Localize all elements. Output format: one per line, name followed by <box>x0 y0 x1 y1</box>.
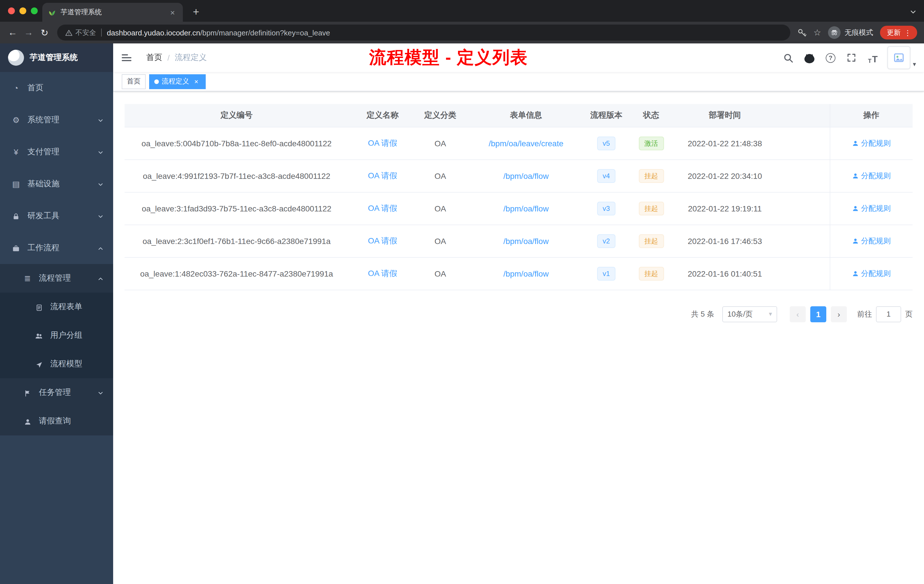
password-key-icon[interactable] <box>797 27 807 38</box>
user-icon <box>852 270 859 277</box>
tab-close-icon[interactable]: × <box>168 8 177 17</box>
user-icon <box>852 172 859 179</box>
assign-rule-button[interactable]: 分配规则 <box>852 268 891 279</box>
form-info-link[interactable]: /bpm/oa/flow <box>503 236 549 246</box>
logo-avatar <box>8 50 24 66</box>
browser-update-button[interactable]: 更新 ⋮ <box>880 26 917 40</box>
forward-button[interactable]: → <box>21 25 36 41</box>
definition-name-link[interactable]: OA 请假 <box>368 236 398 245</box>
caret-down-icon: ▾ <box>913 61 916 69</box>
list-icon: ≣ <box>23 274 32 283</box>
user-avatar[interactable]: ▾ <box>888 46 916 69</box>
hamburger-icon[interactable] <box>113 43 142 72</box>
reload-button[interactable]: ↻ <box>36 25 53 41</box>
tag-label: 流程定义 <box>162 77 189 86</box>
sidebar-item-leave-query[interactable]: 请假查询 <box>0 407 113 436</box>
prev-page-button[interactable]: ‹ <box>790 306 806 322</box>
table-row: oa_leave:5:004b710b-7b8a-11ec-8ef0-acde4… <box>125 127 912 159</box>
sidebar-item-payment-management[interactable]: ¥ 支付管理 <box>0 136 113 168</box>
column-actions: 操作 <box>830 104 912 127</box>
tab-title: 芋道管理系统 <box>61 7 163 17</box>
font-size-icon[interactable]: TT <box>866 51 879 64</box>
tab-search-chevron-icon[interactable] <box>909 6 917 16</box>
tag-label: 首页 <box>127 77 140 86</box>
goto-page-input[interactable] <box>876 306 901 322</box>
table-row: oa_leave:4:991f2193-7b7f-11ec-a3c8-acde4… <box>125 159 912 192</box>
filler-cell <box>772 224 830 257</box>
paper-plane-icon <box>34 360 43 369</box>
column-form-info: 表单信息 <box>464 104 588 127</box>
page-size-value: 10条/页 <box>728 309 752 319</box>
sidebar-item-workflow[interactable]: 工作流程 <box>0 232 113 264</box>
sidebar-item-system-management[interactable]: ⚙ 系统管理 <box>0 104 113 136</box>
form-info-link[interactable]: /bpm/oa/flow <box>503 204 549 213</box>
column-definition-name: 定义名称 <box>348 104 417 127</box>
sidebar-item-label: 首页 <box>27 83 43 93</box>
tag-process-definition[interactable]: 流程定义 × <box>149 74 206 89</box>
tab-favicon-icon <box>48 8 56 16</box>
sidebar-item-infrastructure[interactable]: ▤ 基础设施 <box>0 168 113 200</box>
window-close-button[interactable] <box>8 7 15 14</box>
sidebar-item-label: 基础设施 <box>27 179 59 189</box>
back-button[interactable]: ← <box>5 25 21 41</box>
next-page-button[interactable]: › <box>831 306 847 322</box>
security-status[interactable]: 不安全 <box>65 28 96 38</box>
bookmark-star-icon[interactable]: ☆ <box>813 27 821 38</box>
assign-rule-button[interactable]: 分配规则 <box>852 138 891 148</box>
tag-close-icon[interactable]: × <box>192 77 201 86</box>
caret-down-icon: ▾ <box>769 310 772 318</box>
breadcrumb-current: 流程定义 <box>175 53 207 63</box>
assign-rule-button[interactable]: 分配规则 <box>852 236 891 246</box>
definition-name-link[interactable]: OA 请假 <box>368 203 398 212</box>
help-icon[interactable]: ? <box>824 51 837 64</box>
browser-window: 芋道管理系统 × + ← → ↻ 不安全 dashboard.yudao.ioc… <box>0 0 924 584</box>
page-1-button[interactable]: 1 <box>810 306 826 322</box>
window-minimize-button[interactable] <box>20 7 26 14</box>
sidebar-item-task-management[interactable]: 任务管理 <box>0 378 113 407</box>
sidebar-item-user-group[interactable]: 用户分组 <box>0 321 113 350</box>
browser-tab[interactable]: 芋道管理系统 × <box>42 3 183 22</box>
definition-category: OA <box>417 192 464 224</box>
table-header-row: 定义编号 定义名称 定义分类 表单信息 流程版本 状态 部署时间 操作 <box>125 104 912 127</box>
form-info-link[interactable]: /bpm/oa/flow <box>503 269 549 278</box>
sidebar-item-home[interactable]: ◔ 首页 <box>0 72 113 104</box>
version-badge: v5 <box>597 136 615 150</box>
deploy-time: 2022-01-22 20:34:10 <box>678 159 772 192</box>
chevron-up-icon <box>97 274 104 283</box>
page-size-select[interactable]: 10条/页 ▾ <box>722 306 777 322</box>
deploy-time: 2022-01-16 17:46:53 <box>678 224 772 257</box>
chevron-down-icon <box>97 115 104 125</box>
sidebar-item-process-management[interactable]: ≣ 流程管理 <box>0 264 113 292</box>
column-definition-id: 定义编号 <box>125 104 348 127</box>
sidebar-item-process-model[interactable]: 流程模型 <box>0 350 113 378</box>
definition-name-link[interactable]: OA 请假 <box>368 268 398 277</box>
url-domain: dashboard.yudao.iocoder.cn <box>107 28 200 37</box>
assign-rule-button[interactable]: 分配规则 <box>852 203 891 213</box>
url-bar[interactable]: 不安全 dashboard.yudao.iocoder.cn /bpm/mana… <box>57 25 790 41</box>
definition-category: OA <box>417 127 464 159</box>
browser-menu-icon[interactable]: ⋮ <box>904 28 911 37</box>
form-info-link[interactable]: /bpm/oa/flow <box>503 171 549 180</box>
sidebar-item-process-form[interactable]: 流程表单 <box>0 292 113 321</box>
github-icon[interactable] <box>803 51 816 64</box>
tag-home[interactable]: 首页 <box>122 74 146 89</box>
window-zoom-button[interactable] <box>31 7 38 14</box>
assign-rule-button[interactable]: 分配规则 <box>852 171 891 181</box>
sidebar: 芋道管理系统 ◔ 首页 ⚙ 系统管理 ¥ 支付管理 ▤ 基础设施 <box>0 43 113 584</box>
pagination: 共 5 条 10条/页 ▾ ‹ 1 › 前往 页 <box>125 306 912 322</box>
yen-icon: ¥ <box>12 147 21 157</box>
new-tab-button[interactable]: + <box>188 5 203 20</box>
form-info-link[interactable]: /bpm/oa/leave/create <box>488 139 563 148</box>
breadcrumb-home[interactable]: 首页 <box>146 53 162 63</box>
incognito-label: 无痕模式 <box>845 28 873 38</box>
navbar-actions: ? TT ▾ <box>782 46 924 69</box>
chevron-up-icon <box>97 243 104 252</box>
definition-name-link[interactable]: OA 请假 <box>368 138 398 147</box>
sidebar-logo[interactable]: 芋道管理系统 <box>0 43 113 72</box>
search-icon[interactable] <box>782 51 795 64</box>
sidebar-item-dev-tools[interactable]: 研发工具 <box>0 200 113 232</box>
filler-cell <box>772 159 830 192</box>
fullscreen-icon[interactable] <box>845 51 858 64</box>
definition-name-link[interactable]: OA 请假 <box>368 171 398 180</box>
definition-id: oa_leave:2:3c1f0ef1-76b1-11ec-9c66-a2380… <box>125 224 348 257</box>
